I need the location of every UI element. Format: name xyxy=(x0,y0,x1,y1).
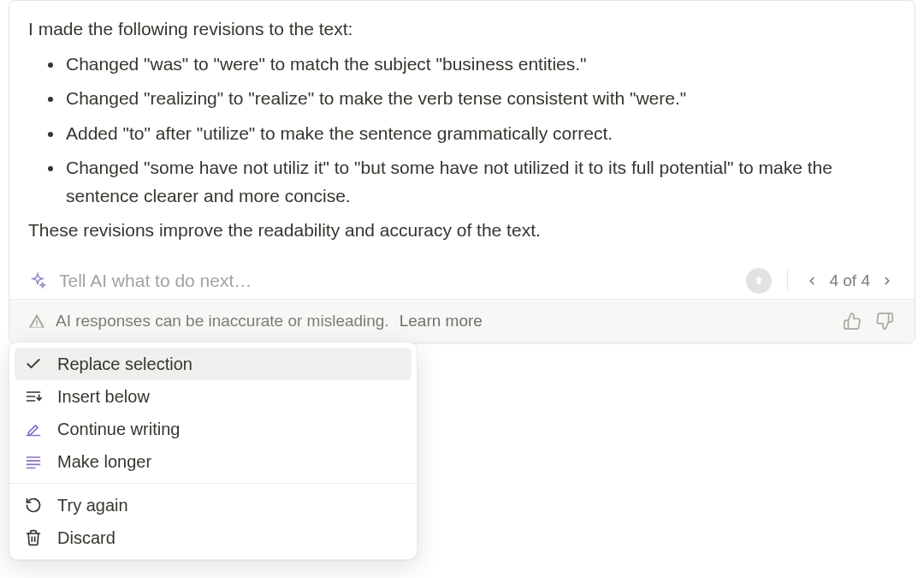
menu-item-make-longer[interactable]: Make longer xyxy=(15,445,412,478)
divider xyxy=(787,270,788,292)
list-item: Changed "realizing" to "realize" to make… xyxy=(64,85,896,113)
thumbs-down-button[interactable] xyxy=(874,310,896,332)
warning-icon xyxy=(28,313,45,330)
ai-response-panel: I made the following revisions to the te… xyxy=(9,0,915,343)
trash-icon xyxy=(23,527,44,548)
retry-icon xyxy=(23,495,44,515)
sparkle-icon xyxy=(28,271,47,290)
menu-separator xyxy=(9,483,417,484)
lines-icon xyxy=(23,451,44,472)
menu-item-label: Try again xyxy=(57,496,128,515)
insert-below-icon xyxy=(23,386,44,407)
menu-item-continue-writing[interactable]: Continue writing xyxy=(15,413,412,445)
ai-footer: AI responses can be inaccurate or mislea… xyxy=(9,299,915,343)
disclaimer-text: AI responses can be inaccurate or mislea… xyxy=(56,312,389,331)
ai-input-row: 4 of 4 xyxy=(9,263,915,299)
response-list: Changed "was" to "were" to match the sub… xyxy=(28,51,896,211)
menu-item-insert-below[interactable]: Insert below xyxy=(15,380,412,413)
pager-label: 4 of 4 xyxy=(829,271,870,290)
list-item: Added "to" after "utilize" to make the s… xyxy=(64,120,896,148)
menu-item-label: Insert below xyxy=(57,387,150,407)
learn-more-link[interactable]: Learn more xyxy=(400,312,483,331)
menu-item-label: Replace selection xyxy=(57,355,192,374)
thumbs-up-button[interactable] xyxy=(841,310,863,332)
menu-item-label: Continue writing xyxy=(57,420,180,439)
list-item: Changed "some have not utiliz it" to "bu… xyxy=(64,154,896,210)
menu-item-label: Make longer xyxy=(57,452,151,472)
list-item: Changed "was" to "were" to match the sub… xyxy=(64,51,896,79)
send-button[interactable] xyxy=(746,268,772,294)
ai-response-content: I made the following revisions to the te… xyxy=(9,1,915,263)
menu-item-label: Discard xyxy=(57,528,116,548)
response-intro: I made the following revisions to the te… xyxy=(28,15,896,44)
ai-actions-menu: Replace selection Insert below Continue … xyxy=(9,342,418,560)
menu-item-replace-selection[interactable]: Replace selection xyxy=(15,348,412,380)
menu-item-discard[interactable]: Discard xyxy=(15,521,412,554)
pager-next-button[interactable] xyxy=(879,272,896,289)
response-outro: These revisions improve the readability … xyxy=(28,217,896,245)
check-icon xyxy=(23,354,44,374)
ai-prompt-input[interactable] xyxy=(59,271,734,291)
response-pager: 4 of 4 xyxy=(803,271,896,290)
pager-prev-button[interactable] xyxy=(803,272,820,289)
menu-item-try-again[interactable]: Try again xyxy=(15,489,412,521)
pencil-line-icon xyxy=(23,419,44,439)
